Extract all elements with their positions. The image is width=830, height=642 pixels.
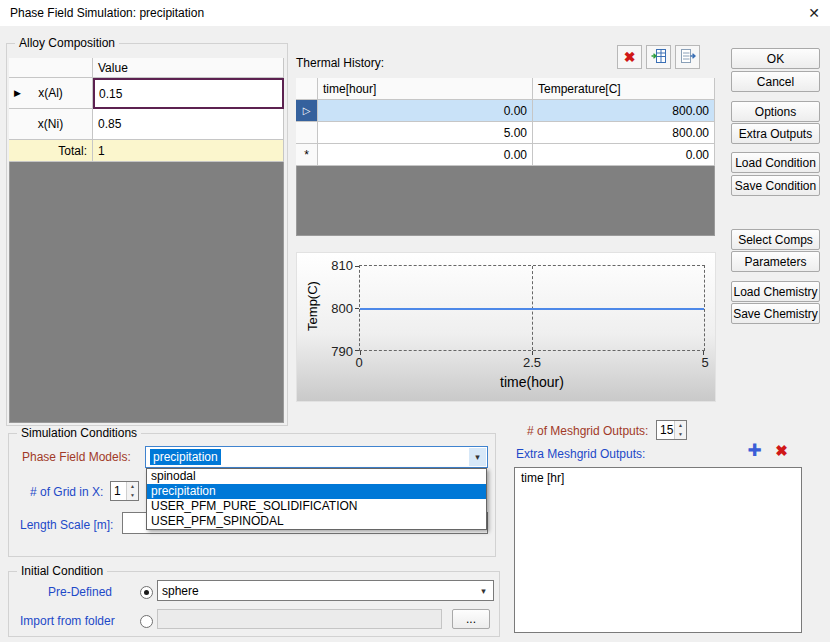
phase-field-models-dropdown: spinodal precipitation USER_PFM_PURE_SOL… [146, 468, 487, 530]
import-folder-input[interactable] [157, 609, 442, 629]
spinner-buttons: ▲ ▼ [126, 482, 138, 500]
y-tick-label: 790 [323, 344, 353, 358]
ok-button[interactable]: OK [731, 48, 820, 69]
spinner-down-icon[interactable]: ▼ [127, 491, 138, 500]
alloy-row-label: x(Ni) [38, 117, 63, 131]
meshgrid-count-spinner[interactable]: 15 ▲ ▼ [656, 420, 687, 440]
predefined-combobox[interactable]: sphere ▾ [157, 580, 494, 601]
list-item[interactable]: time [hr] [515, 468, 801, 488]
save-chemistry-button[interactable]: Save Chemistry [731, 303, 820, 324]
thermal-cell-temp[interactable]: 800.00 [533, 122, 715, 144]
alloy-group-label: Alloy Composition [15, 36, 119, 50]
alloy-row-header-xal[interactable]: ▶ x(Al) [9, 78, 93, 109]
parameters-button[interactable]: Parameters [731, 251, 820, 272]
y-tick-label: 800 [323, 301, 353, 315]
extra-outputs-button[interactable]: Extra Outputs [731, 123, 820, 144]
export-thermal-button[interactable] [675, 45, 700, 69]
thermal-row-selector[interactable] [296, 122, 318, 144]
meshgrid-count-value[interactable]: 15 [657, 421, 674, 439]
thermal-corner-header[interactable] [296, 78, 318, 100]
grid-x-label: # of Grid in X: [30, 485, 103, 499]
thermal-temp-header[interactable]: Temperature[C] [533, 78, 715, 100]
delete-thermal-row-button[interactable]: ✖ [617, 45, 642, 69]
browse-button[interactable]: ... [452, 609, 490, 629]
y-tick-label: 810 [323, 258, 353, 272]
thermal-row-selector[interactable]: ▷ [296, 100, 318, 122]
current-row-marker-icon: ▶ [14, 88, 21, 98]
load-condition-button[interactable]: Load Condition [731, 152, 820, 173]
length-scale-label: Length Scale [m]: [20, 518, 113, 532]
delete-icon: ✖ [775, 442, 788, 460]
alloy-total-label: Total: [9, 140, 93, 162]
plus-icon: ✚ [747, 440, 761, 461]
chevron-down-icon[interactable]: ▾ [469, 448, 486, 466]
import-table-icon [651, 48, 667, 67]
predefined-label: Pre-Defined [48, 585, 112, 599]
alloy-total-value: 1 [93, 140, 284, 162]
dropdown-item-user-pfm-pure-solidification[interactable]: USER_PFM_PURE_SOLIDIFICATION [147, 499, 486, 514]
y-tickmark [355, 266, 359, 267]
alloy-corner-header[interactable] [9, 58, 93, 78]
meshgrid-count-label: # of Meshgrid Outputs: [527, 424, 648, 438]
thermal-cell-time[interactable]: 0.00 [318, 100, 533, 122]
thermal-time-header[interactable]: time[hour] [318, 78, 533, 100]
delete-output-button[interactable]: ✖ [769, 440, 794, 462]
delete-icon: ✖ [624, 49, 636, 65]
alloy-cell-xal-value[interactable]: 0.15 [93, 78, 284, 109]
chart-y-axis-label: Temp(C) [305, 258, 321, 354]
import-folder-radio[interactable] [140, 615, 153, 628]
chart-x-axis-label: time(hour) [462, 374, 602, 390]
options-button[interactable]: Options [731, 101, 820, 122]
x-tick-label: 5 [698, 355, 712, 369]
y-tickmark [355, 350, 359, 351]
chart-plot-area [359, 265, 705, 351]
predefined-radio[interactable] [140, 586, 153, 599]
new-row-marker-icon: * [304, 148, 309, 162]
extra-meshgrid-outputs-list[interactable]: time [hr] [514, 467, 802, 633]
dropdown-item-user-pfm-spinodal[interactable]: USER_PFM_SPINODAL [147, 514, 486, 529]
thermal-history-label: Thermal History: [296, 56, 384, 70]
import-thermal-button[interactable] [646, 45, 671, 69]
load-chemistry-button[interactable]: Load Chemistry [731, 281, 820, 302]
grid-x-value[interactable]: 1 [111, 482, 126, 500]
add-output-button[interactable]: ✚ [742, 438, 767, 463]
thermal-cell-time[interactable]: 0.00 [318, 144, 533, 166]
export-table-icon [680, 48, 696, 67]
initial-condition-label: Initial Condition [17, 564, 107, 578]
phase-field-models-combobox[interactable]: precipitation ▾ [145, 446, 488, 468]
y-tickmark [355, 308, 359, 309]
thermal-new-row-selector[interactable]: * [296, 144, 318, 166]
simulation-conditions-label: Simulation Conditions [17, 426, 141, 440]
dropdown-item-precipitation[interactable]: precipitation [147, 484, 486, 499]
title-bar: Phase Field Simulation: precipitation ✕ [0, 0, 830, 26]
thermal-history-chart: Temp(C) 810 800 790 0 2.5 5 time(hour) [296, 252, 716, 402]
import-folder-label: Import from folder [20, 614, 115, 628]
save-condition-button[interactable]: Save Condition [731, 175, 820, 196]
thermal-cell-time[interactable]: 5.00 [318, 122, 533, 144]
chevron-down-icon[interactable]: ▾ [475, 582, 492, 599]
alloy-row-label: x(Al) [38, 86, 63, 100]
close-icon[interactable]: ✕ [808, 5, 820, 21]
x-tick-label: 2.5 [518, 355, 546, 369]
dropdown-item-spinodal[interactable]: spinodal [147, 469, 486, 484]
x-tick-label: 0 [352, 355, 366, 369]
grid-x-spinner[interactable]: 1 ▲ ▼ [110, 481, 139, 501]
extra-meshgrid-outputs-label: Extra Meshgrid Outputs: [516, 447, 645, 461]
spinner-down-icon[interactable]: ▼ [675, 430, 686, 439]
spinner-up-icon[interactable]: ▲ [127, 482, 138, 491]
thermal-cell-temp[interactable]: 800.00 [533, 100, 715, 122]
alloy-cell-xni-value[interactable]: 0.85 [93, 109, 284, 140]
temperature-line [360, 308, 704, 310]
combobox-selected-value: precipitation [150, 449, 221, 465]
spinner-buttons: ▲ ▼ [674, 421, 686, 439]
current-row-marker-icon: ▷ [303, 105, 311, 116]
alloy-value-header[interactable]: Value [93, 58, 284, 78]
combobox-selected-value: sphere [162, 583, 199, 599]
select-comps-button[interactable]: Select Comps [731, 229, 820, 250]
thermal-cell-temp[interactable]: 0.00 [533, 144, 715, 166]
window-title: Phase Field Simulation: precipitation [10, 6, 204, 20]
phase-field-models-label: Phase Field Models: [22, 450, 131, 464]
alloy-row-header-xni[interactable]: x(Ni) [9, 109, 93, 140]
cancel-button[interactable]: Cancel [731, 71, 820, 92]
spinner-up-icon[interactable]: ▲ [675, 421, 686, 430]
